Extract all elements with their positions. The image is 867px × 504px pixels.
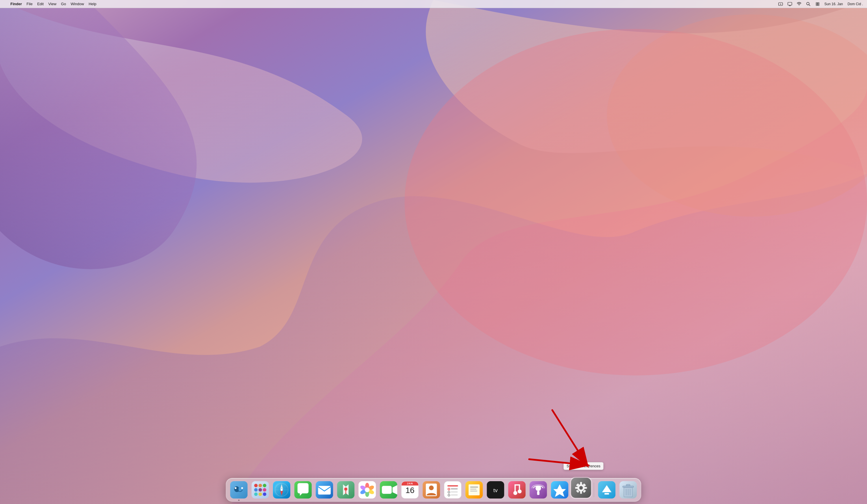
svg-point-10 (817, 2, 819, 4)
menubar-right: A (777, 1, 865, 7)
svg-rect-95 (622, 486, 633, 487)
dock-finder[interactable] (229, 480, 249, 500)
svg-rect-69 (509, 481, 526, 498)
wifi-icon[interactable] (795, 1, 803, 7)
svg-point-18 (241, 487, 243, 489)
dock-appstore[interactable] (550, 480, 570, 500)
dock-transloader[interactable] (597, 480, 617, 500)
svg-rect-57 (451, 489, 458, 489)
dock-podcasts[interactable] (528, 480, 548, 500)
svg-rect-5 (788, 2, 792, 5)
svg-point-9 (816, 2, 817, 4)
dock-launchpad[interactable] (250, 480, 270, 500)
dock-calendar[interactable]: JAN 16 (400, 480, 420, 500)
menubar-go[interactable]: Go (59, 1, 68, 7)
svg-rect-64 (470, 487, 478, 487)
dock-system-preferences[interactable] (570, 476, 592, 499)
svg-rect-65 (470, 489, 477, 490)
svg-rect-77 (537, 491, 539, 495)
svg-rect-96 (626, 484, 630, 486)
svg-point-19 (254, 484, 258, 487)
dock-facetime[interactable] (379, 480, 398, 500)
svg-rect-63 (469, 484, 480, 495)
svg-point-27 (263, 492, 266, 496)
calendar-day: 16 (406, 485, 415, 495)
svg-rect-6 (789, 6, 791, 6)
svg-point-47 (365, 487, 370, 492)
datetime-display: Sun 16. Jan (823, 1, 845, 7)
svg-rect-66 (470, 491, 478, 492)
svg-rect-49 (382, 486, 392, 494)
dock-messages[interactable] (293, 480, 313, 500)
svg-rect-92 (604, 493, 609, 494)
svg-rect-37 (318, 486, 331, 494)
dock-safari[interactable] (272, 480, 292, 500)
svg-rect-84 (575, 487, 578, 489)
svg-rect-59 (451, 492, 458, 492)
svg-point-22 (254, 488, 258, 492)
svg-point-25 (254, 492, 258, 496)
svg-rect-85 (584, 487, 587, 489)
svg-point-23 (259, 488, 262, 492)
dock-notes[interactable] (464, 480, 484, 500)
svg-point-11 (816, 4, 817, 6)
svg-point-74 (517, 490, 522, 494)
dock-photos[interactable] (357, 480, 377, 500)
menubar-window[interactable]: Window (68, 1, 86, 7)
username-display: Dom Cid . (846, 1, 865, 7)
svg-rect-61 (451, 494, 458, 495)
finder-running-dot (238, 500, 239, 501)
mirroring-icon[interactable] (786, 1, 794, 7)
svg-point-21 (263, 484, 266, 487)
controlcenter-icon[interactable] (814, 1, 822, 7)
apple-menu[interactable] (2, 3, 8, 4)
svg-rect-71 (514, 484, 516, 492)
svg-text:tv: tv (493, 487, 497, 493)
menubar-edit[interactable]: Edit (35, 1, 46, 7)
menubar-finder[interactable]: Finder (8, 1, 24, 7)
svg-rect-83 (580, 491, 582, 494)
svg-point-24 (263, 488, 266, 492)
svg-point-12 (817, 4, 819, 6)
menubar-file[interactable]: File (24, 1, 35, 7)
input-source-icon[interactable]: A (777, 1, 785, 7)
dock: JAN 16 (226, 478, 641, 502)
svg-text:A: A (780, 3, 781, 5)
svg-point-26 (259, 492, 262, 496)
svg-point-81 (579, 486, 583, 490)
menubar-left: Finder File Edit View Go Window Help (2, 1, 777, 7)
menubar-help[interactable]: Help (86, 1, 99, 7)
wallpaper-waves (0, 0, 867, 504)
svg-point-20 (259, 484, 262, 487)
svg-point-34 (281, 489, 283, 491)
svg-rect-54 (445, 481, 461, 498)
svg-line-8 (809, 4, 810, 6)
dock-music[interactable] (507, 480, 527, 500)
svg-rect-55 (447, 485, 458, 486)
menubar: Finder File Edit View Go Window Help A (0, 0, 867, 8)
svg-point-17 (235, 487, 236, 489)
search-icon[interactable] (804, 1, 812, 7)
dock-contacts[interactable] (422, 480, 441, 500)
dock-appletv[interactable]: tv (486, 480, 505, 500)
menubar-view[interactable]: View (46, 1, 59, 7)
svg-rect-82 (580, 482, 582, 485)
desktop: Finder File Edit View Go Window Help A (0, 0, 867, 504)
dock-trash[interactable] (619, 480, 638, 500)
svg-point-39 (344, 487, 347, 491)
svg-point-53 (429, 485, 434, 490)
dock-separator (594, 483, 594, 497)
dock-container: System Preferences (226, 478, 641, 502)
dock-mail[interactable] (315, 480, 334, 500)
dock-reminders[interactable] (443, 480, 463, 500)
calendar-month: JAN (402, 481, 418, 485)
dock-maps[interactable] (336, 480, 356, 500)
svg-point-73 (513, 491, 517, 495)
